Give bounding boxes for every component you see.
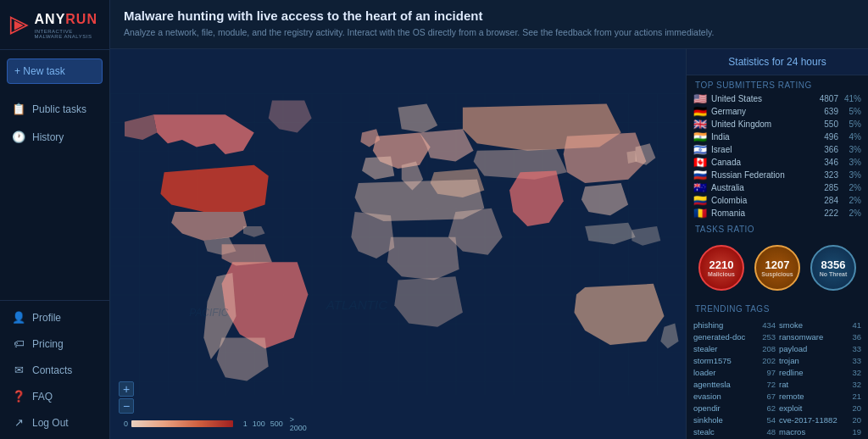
country-flag: 🇨🇴 [693, 196, 707, 205]
country-name: United Kingdom [711, 119, 809, 129]
tag-name: exploit [779, 403, 839, 413]
tasks-ratio: 2210 Malicious 1207 Suspicious 8356 [687, 236, 868, 299]
country-pct: 3% [843, 170, 861, 180]
tag-count: 48 [757, 427, 776, 436]
submitter-row: 🇷🇴 Romania 222 2% [687, 207, 868, 220]
suspicious-count: 1207 [765, 258, 790, 271]
tasks-circles: 2210 Malicious 1207 Suspicious 8356 [693, 242, 861, 294]
country-flag: 🇩🇪 [693, 107, 707, 116]
tag-row: evasion67 [693, 391, 776, 402]
tag-count: 54 [757, 415, 776, 425]
tag-row: storm1575202 [693, 355, 776, 366]
sidebar-item-label: Public tasks [32, 103, 86, 115]
sidebar-item-label: Log Out [32, 417, 69, 429]
tag-row: redline32 [779, 367, 861, 378]
tag-count: 32 [843, 368, 861, 377]
tag-name: ransomware [779, 332, 839, 342]
legend-label-2000: > 2000 [290, 415, 307, 432]
zoom-out-button[interactable]: − [119, 398, 134, 414]
logout-icon: ↗ [12, 416, 25, 429]
new-task-button[interactable]: + New task [7, 58, 103, 84]
stats-panel: Statistics for 24 hours Top submitters r… [686, 49, 868, 439]
submitter-row: 🇩🇪 Germany 639 5% [687, 105, 868, 118]
tag-name: stealc [693, 427, 754, 436]
country-name: Australia [711, 183, 809, 192]
country-name: India [711, 132, 809, 142]
svg-rect-5 [131, 420, 233, 427]
country-flag: 🇺🇸 [693, 94, 707, 103]
tag-row: phishing434 [693, 320, 776, 331]
tasks-ratio-label: Tasks ratio [687, 220, 868, 236]
sidebar-item-logout[interactable]: ↗ Log Out [0, 409, 109, 436]
country-pct: 5% [843, 119, 861, 129]
contacts-icon: ✉ [12, 364, 25, 376]
logo-any: ANY [35, 12, 66, 26]
tag-count: 20 [843, 403, 861, 413]
stats-title: Statistics for 24 hours [687, 49, 868, 75]
legend-spacer: 100 [253, 420, 265, 428]
country-count: 366 [813, 145, 838, 154]
legend-label-0: 0 [124, 420, 128, 428]
tag-name: loader [693, 368, 754, 377]
tag-count: 434 [757, 320, 776, 330]
zoom-in-button[interactable]: + [119, 381, 134, 397]
history-icon: 🕐 [12, 131, 25, 143]
country-count: 550 [813, 119, 838, 129]
zoom-controls: + − [119, 381, 134, 414]
sidebar-item-label: Pricing [32, 338, 64, 350]
tag-row: smoke41 [779, 320, 861, 331]
tag-name: storm1575 [693, 356, 754, 365]
sidebar-item-pricing[interactable]: 🏷 Pricing [0, 331, 109, 357]
country-pct: 3% [843, 145, 861, 154]
tag-row: agenttesla72 [693, 379, 776, 390]
logo-subtitle: INTERACTIVE MALWARE ANALYSIS [35, 29, 101, 39]
world-map: ATLANTIC PACIFIC [110, 49, 686, 439]
sidebar-item-label: Profile [32, 312, 61, 324]
tag-row: exploit20 [779, 403, 861, 414]
country-name: Russian Federation [711, 170, 809, 180]
country-name: Romania [711, 208, 809, 218]
legend-label-500: 500 [270, 420, 283, 428]
sidebar-item-faq[interactable]: ❓ FAQ [0, 383, 109, 409]
tag-count: 19 [843, 427, 861, 436]
tag-row: generated-doc253 [693, 331, 776, 342]
tag-count: 32 [843, 380, 861, 389]
tag-name: rat [779, 380, 839, 389]
country-count: 496 [813, 132, 838, 142]
svg-text:ATLANTIC: ATLANTIC [326, 297, 389, 311]
sidebar-item-label: Contacts [32, 364, 72, 376]
submitters-list: 🇺🇸 United States 4807 41% 🇩🇪 Germany 639… [687, 92, 868, 220]
tag-count: 67 [757, 392, 776, 401]
country-count: 639 [813, 107, 838, 116]
tag-count: 20 [843, 415, 861, 425]
sidebar-bottom: 👤 Profile 🏷 Pricing ✉ Contacts ❓ FAQ ↗ L… [0, 300, 109, 439]
sidebar-item-profile[interactable]: 👤 Profile [0, 304, 109, 331]
sidebar-item-public-tasks[interactable]: 📋 Public tasks [0, 96, 109, 122]
sidebar: ANYRUN INTERACTIVE MALWARE ANALYSIS + Ne… [0, 0, 110, 439]
svg-text:PACIFIC: PACIFIC [189, 307, 228, 319]
page-title: Malware hunting with live access to the … [124, 8, 854, 23]
nothreat-stat: 8356 No threat [810, 245, 856, 291]
tag-row: cve-2017-1188220 [779, 414, 861, 425]
trending-label: Trending tags [687, 299, 868, 316]
tag-row: trojan33 [779, 355, 861, 366]
country-count: 323 [813, 170, 838, 180]
legend-bar [131, 420, 240, 428]
tag-count: 208 [757, 344, 776, 353]
tag-count: 253 [757, 332, 776, 342]
sidebar-item-contacts[interactable]: ✉ Contacts [0, 357, 109, 383]
malicious-label: Malicious [708, 271, 735, 277]
tag-name: cve-2017-11882 [779, 415, 839, 425]
country-pct: 5% [843, 107, 861, 116]
sidebar-item-history[interactable]: 🕐 History [0, 124, 109, 150]
tag-row: stealer208 [693, 343, 776, 354]
tag-name: evasion [693, 392, 754, 401]
nothreat-count: 8356 [821, 258, 846, 271]
submitter-row: 🇦🇺 Australia 285 2% [687, 181, 868, 194]
logo-icon [8, 10, 30, 41]
nothreat-circle: 8356 No threat [810, 245, 856, 291]
country-pct: 4% [843, 132, 861, 142]
tag-count: 21 [843, 392, 861, 401]
sidebar-nav: 📋 Public tasks 🕐 History [0, 92, 109, 300]
submitter-row: 🇨🇦 Canada 346 3% [687, 156, 868, 169]
